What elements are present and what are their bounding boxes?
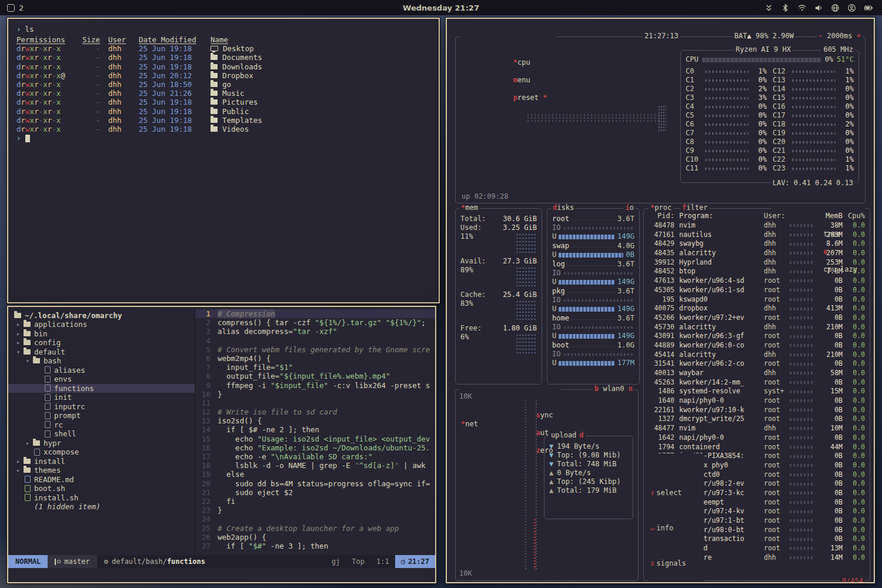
process-row[interactable]: 40075 dropbox dhh 413M 0.0 <box>649 304 865 313</box>
tree-item[interactable]: envs <box>14 375 195 384</box>
account-icon[interactable] <box>847 4 856 12</box>
tree-item[interactable]: boot.sh <box>14 484 195 493</box>
code-line[interactable]: 8 output_file="${input_file%.webm}.mp4" <box>195 372 435 380</box>
tree-item[interactable]: (1 hidden item) <box>14 502 195 512</box>
chevron-icon[interactable]: ▸ <box>16 339 24 346</box>
code-line[interactable]: 3 alias decompress="tar -xzf" <box>195 327 435 336</box>
tree-item[interactable]: functions <box>8 384 195 393</box>
process-row[interactable]: 43091 kworker/u96:3-gf root 0B 0.0 <box>649 332 865 341</box>
tree-item[interactable]: install.sh <box>14 493 195 503</box>
disks-box-title[interactable]: disks <box>551 203 576 212</box>
tree-item[interactable]: xcompose <box>14 447 195 457</box>
bluetooth-icon[interactable] <box>781 4 790 12</box>
process-row[interactable]: 48477 nvim dhh 10M 0.0 <box>649 424 865 433</box>
code-line[interactable]: 15 echo "Usage: iso2sd <input_file> <out… <box>195 435 435 443</box>
process-row[interactable]: 45305 kworker/u96:1-sd root 0B 0.0 <box>649 286 865 295</box>
chevron-icon[interactable]: ▸ <box>16 321 24 328</box>
code-line[interactable]: 9 ffmpeg -i "$input_file" -c:v libx264 -… <box>195 381 435 390</box>
code-line[interactable]: 7 input_file="$1" <box>195 363 435 372</box>
code-line[interactable]: 5 # Convert webm files generated by the … <box>195 345 435 354</box>
chevron-icon[interactable]: ▸ <box>16 467 24 473</box>
btop-window[interactable]: *cpu menu preset * 21:27:13 BAT▲ 98% 2.9… <box>446 18 875 583</box>
process-row[interactable]: 195 kswapd0 root 0B 0.0 <box>649 295 865 305</box>
footer-key-hint[interactable]: ↕select <box>650 489 694 497</box>
code-line[interactable]: 2 compress() { tar -czf "${1%/}.tar.gz" … <box>195 318 435 327</box>
network-icon[interactable] <box>831 4 840 12</box>
code-line[interactable]: 11 <box>195 399 435 407</box>
memory-box-title[interactable]: *mem <box>459 203 480 212</box>
process-row[interactable]: 45414 alacritty dhh 210M 0.0 <box>649 350 865 360</box>
code-line[interactable]: 27 if [ "$#" -ne 3 ]; then <box>195 542 435 550</box>
code-line[interactable]: 23 } <box>195 506 435 514</box>
terminal-input-line[interactable]: › <box>16 133 430 143</box>
net-panel-title[interactable]: uploadd <box>549 431 586 440</box>
tree-item[interactable]: rc <box>14 420 195 430</box>
editor-buffer[interactable]: 1 # Compression 2 compress() { tar -czf … <box>195 307 435 555</box>
tree-item[interactable]: ▾ bash <box>14 356 195 366</box>
tree-item[interactable]: ▸ config <box>14 338 195 348</box>
filter-button[interactable]: filter <box>680 203 709 212</box>
code-line[interactable]: 25 # Create a desktop launcher for a web… <box>195 524 435 533</box>
process-row[interactable]: 1794 containerd root 44M 0.0 <box>649 443 865 452</box>
process-row[interactable]: 31541 kworker/u96:2-co root 0B 0.0 <box>649 359 865 369</box>
tree-item[interactable]: ▸ bin <box>14 329 195 339</box>
code-line[interactable]: 12 # Write iso file to sd card <box>195 407 435 416</box>
col-program[interactable]: Program: <box>679 212 764 220</box>
process-row[interactable]: 45730 alacritty dhh 210M 0.0 <box>649 323 865 332</box>
tree-root[interactable]: ~/.local/share/omarchy <box>14 310 195 320</box>
col-pid[interactable]: Pid: <box>649 212 674 220</box>
battery-icon[interactable] <box>864 4 874 12</box>
updates-icon[interactable] <box>764 4 773 12</box>
code-line[interactable]: 1 # Compression <box>195 309 435 318</box>
process-row[interactable]: 44889 kworker/u96:0-co root 0B 0.0 <box>649 341 865 350</box>
tree-item[interactable]: ▸ install <box>14 457 195 466</box>
btop-tab[interactable]: preset * <box>513 93 547 102</box>
process-box-title[interactable]: *proc <box>649 203 673 212</box>
tree-item[interactable]: aliases <box>14 366 195 375</box>
code-line[interactable]: 17 echo -e "\nAvailable SD cards:" <box>195 452 435 461</box>
col-memory[interactable]: MemB <box>817 212 843 220</box>
col-cpu[interactable]: Cpu% <box>847 212 865 220</box>
code-line[interactable]: 14 if [ $# -ne 2 ]; then <box>195 425 435 434</box>
code-line[interactable]: 22 fi <box>195 497 435 506</box>
process-row[interactable]: 1642 napi/phy0-0 root 0B 0.0 <box>649 433 865 443</box>
code-line[interactable]: 20 sudo dd bs=4M status=progress oflag=s… <box>195 479 435 488</box>
process-row[interactable]: 45266 kworker/u97:2+ev root 0B 0.0 <box>649 313 865 323</box>
process-row[interactable]: 48478 nvim dhh 38M 0.0 <box>649 221 865 230</box>
interval-increase-button[interactable]: + <box>857 32 861 41</box>
process-row[interactable]: 47161 nautilus dhh 263M 0.0 <box>649 230 865 240</box>
chevron-icon[interactable]: ▸ <box>16 458 24 465</box>
code-line[interactable]: 6 webm2mp4() { <box>195 354 435 363</box>
code-line[interactable]: 4 <box>195 336 435 345</box>
process-row[interactable]: 22161 kworker/u97:10-k root 0B 0.0 <box>649 406 865 415</box>
process-row[interactable]: 1327 dmcrypt_write/25 root 0B 0.0 <box>649 415 865 424</box>
btop-tab[interactable]: menu <box>513 76 530 84</box>
footer-key-hint[interactable]: ↵info <box>650 524 694 533</box>
net-title[interactable]: *net <box>461 420 478 429</box>
code-line[interactable]: 13 iso2sd() { <box>195 416 435 425</box>
neovim-window[interactable]: ~/.local/share/omarchy ▸ applications <box>7 306 436 583</box>
process-row[interactable]: 48435 alacritty dhh 207M 0.0 <box>649 249 865 258</box>
code-line[interactable]: 10 } <box>195 390 435 399</box>
process-row[interactable]: 1486 systemd-resolve syst+ 15M 0.0 <box>649 387 865 396</box>
net-interface[interactable]: b wlan0 n <box>593 385 634 393</box>
net-option[interactable]: sync <box>536 411 553 419</box>
terminal-window[interactable]: › ls Permissions Size User Date Modified… <box>7 18 440 303</box>
tree-item[interactable]: ▸ hypr <box>14 439 195 448</box>
tree-item[interactable]: inputrc <box>14 402 195 412</box>
code-line[interactable]: 24 <box>195 514 435 523</box>
command-line[interactable] <box>8 568 435 582</box>
footer-key-hint[interactable]: ssignals <box>650 559 694 568</box>
code-line[interactable]: 16 echo "Example: iso2sd ~/Downloads/ubu… <box>195 443 435 452</box>
tree-item[interactable]: ▸ themes <box>14 466 195 475</box>
tree-item[interactable]: ▾ default <box>14 348 195 357</box>
chevron-icon[interactable]: ▸ <box>26 440 33 446</box>
code-line[interactable]: 26 web2app() { <box>195 533 435 542</box>
chevron-icon[interactable]: ▾ <box>16 349 24 355</box>
tree-item[interactable]: README.md <box>14 475 195 485</box>
wifi-icon[interactable] <box>797 4 807 12</box>
process-row[interactable]: 48429 swaybg dhh 8.6M 0.0 <box>649 239 865 249</box>
volume-icon[interactable] <box>814 4 823 12</box>
process-row[interactable]: 48452 btop dhh 7.8M 0.0 <box>649 267 865 276</box>
git-branch-segment[interactable]: master <box>48 555 96 568</box>
